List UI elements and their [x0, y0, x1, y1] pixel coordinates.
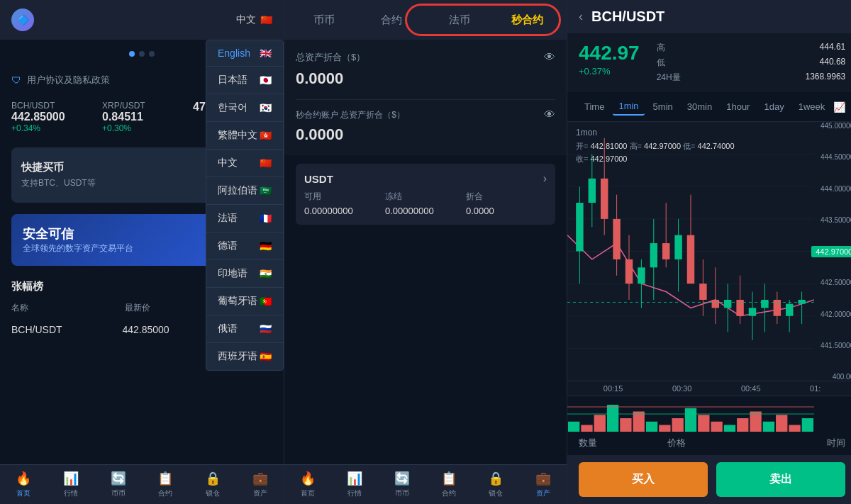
- chart-container: 1mon 开= 442.81000 高= 442.97000 低= 442.74…: [567, 122, 851, 381]
- back-button[interactable]: ‹: [579, 9, 583, 24]
- usdt-header: USDT ›: [304, 172, 547, 185]
- mid-assets-icon: 💼: [535, 471, 551, 486]
- usdt-available: 可用 0.00000000: [304, 191, 385, 216]
- quick-buy-text: 快捷买币 支持BTC、USDT等: [21, 161, 96, 189]
- lang-selector[interactable]: 中文 🇨🇳: [236, 13, 272, 26]
- assets-summary: 总资产折合（$） 👁 0.0000 秒合约账户 总资产折合（$） 👁 0.000…: [284, 40, 567, 155]
- ticker-xrp[interactable]: XRP/USDT 0.84511 +0.30%: [102, 101, 182, 133]
- mid-nav-home[interactable]: 🔥 首页: [284, 465, 331, 504]
- nav-home[interactable]: 🔥 首页: [0, 465, 48, 504]
- nav-contract[interactable]: 📋 合约: [142, 465, 189, 504]
- middle-panel: 币币 合约 法币 秒合约 总资产折合（$） 👁 0.0000 秒合约账户 总资产…: [284, 0, 567, 504]
- lang-label-simp-chinese: 中文: [218, 157, 238, 169]
- lang-item-portuguese[interactable]: 葡萄牙语 🇵🇹: [206, 288, 283, 315]
- flag-arabic: 🇸🇦: [260, 185, 272, 196]
- sell-button[interactable]: 卖出: [716, 462, 845, 497]
- dot-1: [129, 51, 135, 57]
- price-stats: 高 444.61 低 440.68 24H量 1368.9963: [657, 42, 846, 84]
- lang-item-french[interactable]: 法语 🇫🇷: [206, 205, 283, 233]
- lang-item-traditional-chinese[interactable]: 繁體中文 🇭🇰: [206, 122, 283, 150]
- chart-type-icon[interactable]: 📈: [833, 101, 845, 113]
- lang-label-russian: 俄语: [218, 323, 238, 335]
- mid-nav-spot[interactable]: 🔄 币币: [379, 465, 425, 504]
- order-header: 数量 价格 时间: [567, 431, 851, 455]
- x-label-1: 00:15: [604, 384, 623, 393]
- lang-item-russian[interactable]: 俄语 🇷🇺: [206, 315, 283, 343]
- mid-nav-assets[interactable]: 💼 资产: [520, 465, 567, 504]
- nav-contract-label: 合约: [158, 488, 172, 498]
- current-price: 442.97: [579, 42, 640, 65]
- mid-home-icon: 🔥: [300, 471, 316, 486]
- y-label-8: 441.50000: [821, 342, 851, 349]
- nav-market[interactable]: 📊 行情: [48, 465, 95, 504]
- price-info: 442.97 +0.37% 高 444.61 低 440.68 24H量 136…: [567, 33, 851, 92]
- mid-nav-contract[interactable]: 📋 合约: [425, 465, 472, 504]
- time-btn-30min[interactable]: 30min: [682, 99, 718, 115]
- mid-nav-spot-label: 币币: [395, 488, 409, 498]
- lang-item-arabic[interactable]: 阿拉伯语 🇸🇦: [206, 177, 283, 205]
- tab-second-contract[interactable]: 秒合约: [494, 8, 562, 33]
- mid-nav-market[interactable]: 📊 行情: [331, 465, 378, 504]
- spot-icon: 🔄: [111, 471, 126, 486]
- x-label-3: 00:45: [741, 384, 761, 393]
- usdt-equiv: 折合 0.0000: [466, 191, 547, 216]
- assets-total-value: 0.0000: [296, 69, 555, 88]
- usdt-name: USDT: [304, 173, 333, 185]
- usdt-section[interactable]: USDT › 可用 0.00000000 冻结 0.00000000 折合 0.…: [296, 164, 555, 225]
- lang-item-korean[interactable]: 한국어 🇰🇷: [206, 94, 283, 122]
- eye-icon-total[interactable]: 👁: [544, 51, 555, 64]
- mid-nav-lock[interactable]: 🔒 锁仓: [472, 465, 519, 504]
- eye-icon-futures[interactable]: 👁: [544, 108, 555, 121]
- volume-area: [567, 396, 851, 431]
- flag-korean: 🇰🇷: [260, 102, 272, 113]
- left-bottom-nav: 🔥 首页 📊 行情 🔄 币币 📋 合约 🔒 锁仓 💼 资产: [0, 464, 284, 504]
- time-btn-5min[interactable]: 5min: [647, 99, 679, 115]
- time-btn-1min[interactable]: 1min: [613, 98, 644, 116]
- quick-buy-subtitle: 支持BTC、USDT等: [21, 177, 96, 189]
- tab-second-contract-label: 秒合约: [511, 13, 543, 26]
- lang-item-english[interactable]: English 🇬🇧: [206, 40, 283, 67]
- flag-portuguese: 🇵🇹: [260, 296, 272, 307]
- lang-label-french: 法语: [218, 212, 238, 225]
- nav-assets[interactable]: 💼 资产: [236, 465, 284, 504]
- current-lang-flag: 🇨🇳: [260, 14, 272, 26]
- x-label-2: 00:30: [672, 384, 692, 393]
- ticker-xrp-name: XRP/USDT: [102, 101, 182, 111]
- flag-japanese: 🇯🇵: [260, 74, 272, 86]
- usdt-frozen: 冻结 0.00000000: [385, 191, 466, 216]
- y-label-4: 443.50000: [821, 216, 851, 224]
- usdt-frozen-value: 0.00000000: [385, 206, 466, 216]
- trade-buttons: 买入 卖出: [567, 455, 851, 504]
- flag-spanish: 🇪🇸: [260, 351, 272, 362]
- order-time-label: 时间: [757, 437, 845, 449]
- x-label-4: 01:: [810, 384, 821, 393]
- usdt-available-label: 可用: [304, 191, 385, 203]
- lang-item-japanese[interactable]: 日本語 🇯🇵: [206, 67, 283, 94]
- usdt-frozen-label: 冻结: [385, 191, 466, 203]
- nav-spot[interactable]: 🔄 币币: [94, 465, 142, 504]
- lang-item-simplified-chinese[interactable]: 中文 🇨🇳: [206, 150, 283, 177]
- flag-hindi: 🇮🇳: [260, 268, 272, 279]
- lock-icon: 🔒: [205, 471, 221, 486]
- buy-button[interactable]: 买入: [579, 462, 708, 497]
- assets-icon: 💼: [252, 471, 268, 486]
- time-btn-1week[interactable]: 1week: [793, 99, 831, 115]
- tab-fiat[interactable]: 法币: [425, 8, 494, 33]
- shield-icon: 🛡: [11, 74, 21, 86]
- lang-label-portuguese: 葡萄牙语: [218, 295, 257, 308]
- lang-item-spanish[interactable]: 西班牙语 🇪🇸: [206, 343, 283, 370]
- banner-subtitle: 全球领先的数字资产交易平台: [23, 242, 133, 254]
- contract-icon: 📋: [157, 471, 173, 486]
- tab-spot[interactable]: 币币: [290, 8, 358, 33]
- ticker-bch[interactable]: BCH/USDT 442.85000 +0.34%: [11, 101, 91, 133]
- time-btn-time[interactable]: Time: [579, 99, 610, 115]
- time-btn-1day[interactable]: 1day: [758, 99, 789, 115]
- nav-lock[interactable]: 🔒 锁仓: [189, 465, 237, 504]
- tab-contract[interactable]: 合约: [358, 8, 426, 33]
- lang-item-hindi[interactable]: 印地语 🇮🇳: [206, 260, 283, 288]
- high-label: 高: [657, 42, 738, 54]
- lang-item-german[interactable]: 德语 🇩🇪: [206, 233, 283, 260]
- x-axis: 00:15 00:30 00:45 01:: [567, 381, 851, 396]
- ticker-bch-change: +0.34%: [11, 123, 91, 133]
- time-btn-1hour[interactable]: 1hour: [721, 99, 755, 115]
